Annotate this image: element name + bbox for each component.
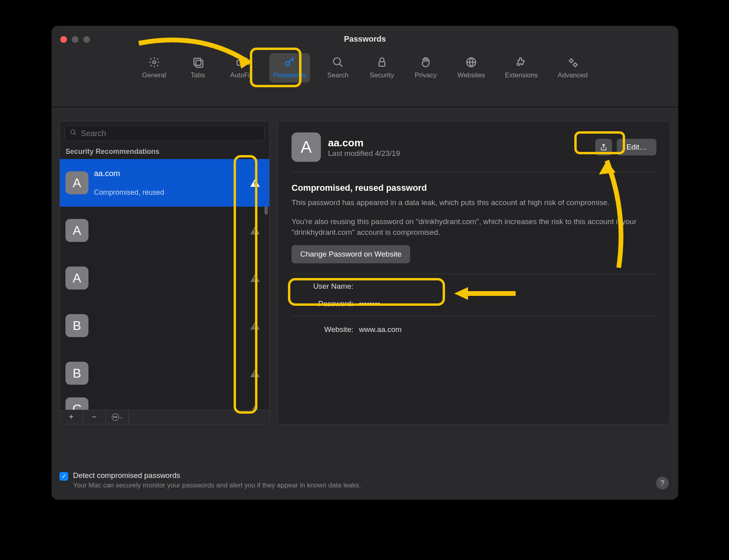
- edit-button[interactable]: Edit…: [617, 139, 656, 155]
- titlebar: Passwords: [52, 26, 678, 52]
- tab-label: Security: [370, 71, 394, 79]
- tab-passwords[interactable]: Passwords: [269, 53, 310, 82]
- warning-icon: [250, 179, 260, 187]
- warning-icon: [250, 274, 260, 282]
- tab-label: Passwords: [273, 71, 306, 79]
- password-value[interactable]: ••••••••: [359, 299, 656, 308]
- password-row[interactable]: A: [60, 254, 269, 302]
- ellipsis-circle-icon: •••: [112, 414, 119, 421]
- detail-subtitle: Last modified 4/23/19: [328, 149, 400, 158]
- more-button[interactable]: ••• ⌄: [106, 410, 129, 424]
- add-button[interactable]: +: [60, 410, 83, 424]
- key-icon: [283, 56, 296, 69]
- tab-label: Search: [327, 71, 349, 79]
- detect-compromised-checkbox[interactable]: ✓: [59, 472, 68, 481]
- svg-point-9: [574, 63, 577, 67]
- avatar: B: [65, 362, 88, 385]
- row-title: aa.com: [94, 169, 264, 178]
- tab-label: General: [142, 71, 166, 79]
- gear-icon: [148, 56, 161, 69]
- avatar: B: [65, 314, 88, 337]
- tab-label: Extensions: [505, 71, 538, 79]
- avatar: C: [65, 397, 88, 410]
- password-list[interactable]: A aa.com Compromised, reused A A: [60, 159, 269, 410]
- warning-icon: [250, 405, 260, 410]
- recommendation-section: Compromised, reused password This passwo…: [292, 173, 656, 274]
- svg-rect-6: [379, 62, 385, 66]
- svg-point-5: [334, 58, 341, 65]
- puzzle-icon: [515, 56, 528, 69]
- search-field[interactable]: [65, 125, 265, 141]
- hand-icon: [419, 56, 432, 69]
- svg-point-8: [570, 59, 573, 63]
- preferences-window: Passwords General Tabs AutoFill Password…: [52, 26, 678, 500]
- tabs-icon: [191, 56, 205, 69]
- password-row[interactable]: B: [60, 349, 269, 397]
- website-value[interactable]: www.aa.com: [359, 325, 656, 334]
- remove-button[interactable]: −: [83, 410, 106, 424]
- avatar: A: [65, 171, 88, 194]
- detail-header: A aa.com Last modified 4/23/19 Edit…: [292, 132, 656, 173]
- tab-label: AutoFill: [230, 71, 253, 79]
- svg-point-10: [71, 130, 75, 134]
- password-row[interactable]: B: [60, 302, 269, 349]
- window-title: Passwords: [52, 35, 678, 44]
- website-label: Website:: [292, 325, 359, 334]
- lock-icon: [375, 56, 389, 69]
- svg-point-0: [153, 61, 156, 64]
- detail-avatar: A: [292, 132, 321, 162]
- help-button[interactable]: ?: [656, 477, 669, 489]
- username-label: User Name:: [292, 282, 359, 291]
- tab-label: Tabs: [191, 71, 205, 79]
- tab-privacy[interactable]: Privacy: [410, 53, 441, 82]
- recommendation-title: Compromised, reused password: [292, 183, 656, 193]
- password-row[interactable]: A aa.com Compromised, reused: [60, 159, 269, 207]
- tab-extensions[interactable]: Extensions: [501, 53, 542, 82]
- recommendations-header: Security Recommendations: [60, 144, 269, 159]
- tab-autofill[interactable]: AutoFill: [226, 53, 257, 82]
- checkbox-description: Your Mac can securely monitor your passw…: [73, 481, 361, 489]
- content-area: Security Recommendations A aa.com Compro…: [59, 121, 670, 424]
- warning-icon: [250, 226, 260, 234]
- tab-label: Advanced: [558, 71, 588, 79]
- avatar: A: [65, 267, 88, 290]
- toolbar: General Tabs AutoFill Passwords Search S…: [52, 52, 678, 107]
- row-subtitle: Compromised, reused: [94, 188, 264, 197]
- search-input[interactable]: [81, 129, 259, 138]
- change-password-button[interactable]: Change Password on Website: [292, 245, 410, 263]
- tab-websites[interactable]: Websites: [453, 53, 489, 82]
- tab-tabs[interactable]: Tabs: [182, 53, 214, 82]
- globe-icon: [464, 56, 478, 69]
- search-icon: [331, 56, 345, 69]
- recommendation-body-1: This password has appeared in a data lea…: [292, 197, 656, 208]
- chevron-down-icon: ⌄: [120, 415, 123, 419]
- warning-icon: [250, 322, 260, 330]
- username-value[interactable]: [359, 282, 656, 291]
- website-row: Website: www.aa.com: [292, 316, 656, 334]
- password-label: Password:: [292, 299, 359, 308]
- svg-rect-2: [196, 60, 203, 67]
- password-list-panel: Security Recommendations A aa.com Compro…: [59, 121, 270, 424]
- tab-label: Websites: [457, 71, 485, 79]
- tab-general[interactable]: General: [138, 53, 170, 82]
- share-icon: [600, 143, 608, 151]
- avatar: A: [65, 219, 88, 242]
- autofill-icon: [235, 56, 248, 69]
- credential-fields: User Name: Password: ••••••••: [292, 274, 656, 316]
- gears-icon: [566, 56, 579, 69]
- search-icon: [70, 129, 77, 138]
- svg-point-4: [286, 62, 290, 66]
- tab-search[interactable]: Search: [322, 53, 354, 82]
- detail-title: aa.com: [328, 137, 400, 149]
- list-footer: + − ••• ⌄: [60, 410, 269, 424]
- share-button[interactable]: [595, 139, 612, 155]
- password-row[interactable]: C: [60, 397, 269, 410]
- recommendation-body-2: You're also reusing this password on "dr…: [292, 216, 656, 238]
- svg-rect-1: [194, 58, 201, 65]
- password-row[interactable]: A: [60, 207, 269, 254]
- warning-icon: [250, 369, 260, 377]
- tab-label: Privacy: [414, 71, 437, 79]
- tab-security[interactable]: Security: [366, 53, 398, 82]
- checkbox-label: Detect compromised passwords: [73, 471, 361, 480]
- tab-advanced[interactable]: Advanced: [554, 53, 592, 82]
